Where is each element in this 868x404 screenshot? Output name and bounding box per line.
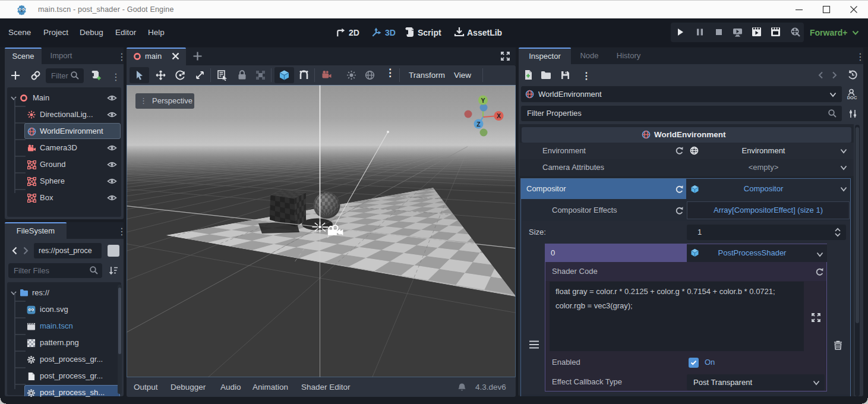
svg-text:X: X	[497, 112, 501, 119]
svg-text:Z: Z	[476, 121, 481, 128]
svg-text:Y: Y	[481, 97, 485, 104]
svg-text:DOC: DOC	[847, 95, 857, 100]
